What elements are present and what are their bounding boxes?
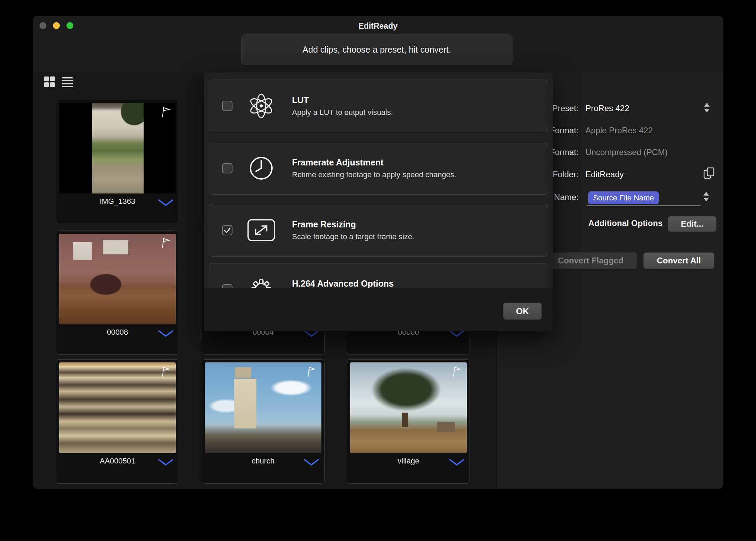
grid-view-icon: [44, 76, 55, 88]
edit-button[interactable]: Edit...: [668, 216, 717, 232]
hint-bar: Add clips, choose a preset, hit convert.: [241, 34, 512, 65]
clip-card[interactable]: IMG_1363: [56, 100, 179, 224]
ok-button[interactable]: OK: [503, 303, 542, 320]
clip-card[interactable]: village: [347, 359, 470, 484]
modal-footer: OK: [204, 288, 553, 331]
option-row-lut[interactable]: LUT Apply a LUT to output visuals.: [209, 80, 548, 132]
clip-thumbnail-image: [350, 362, 467, 453]
flag-icon[interactable]: [160, 236, 172, 252]
clip-thumbnail-image: [59, 362, 176, 453]
clip-thumbnail: [350, 362, 467, 453]
clip-thumbnail: [59, 362, 176, 453]
option-title: H.264 Advanced Options: [292, 279, 394, 289]
chevron-down-icon[interactable]: [158, 199, 174, 208]
clip-card[interactable]: church: [202, 359, 325, 484]
clip-card[interactable]: AA000501: [56, 359, 179, 484]
clip-card[interactable]: 00008: [56, 231, 179, 355]
list-view-icon: [62, 76, 73, 88]
additional-options-label: Additional Options: [566, 218, 663, 228]
option-row-frame-resizing[interactable]: Frame Resizing Scale footage to a target…: [209, 204, 548, 256]
name-stepper[interactable]: [703, 191, 710, 202]
clip-thumbnail-image: [59, 234, 176, 324]
convert-flagged-button[interactable]: Convert Flagged: [544, 252, 637, 269]
editready-window: EditReady Add clips, choose a preset, hi…: [33, 16, 723, 489]
name-token[interactable]: Source File Name: [588, 191, 659, 204]
folder-reveal-icon[interactable]: [703, 166, 715, 182]
flag-icon[interactable]: [160, 365, 172, 380]
chevron-down-icon[interactable]: [158, 330, 174, 339]
framerate-checkbox[interactable]: [222, 163, 233, 173]
flag-icon[interactable]: [450, 365, 463, 380]
frame-resize-icon: [246, 218, 276, 242]
clip-thumbnail: [59, 103, 176, 193]
folder-value[interactable]: EditReady: [585, 170, 624, 179]
preset-stepper[interactable]: [703, 102, 710, 114]
video-format-value: Apple ProRes 422: [585, 126, 653, 135]
option-title: LUT: [292, 95, 393, 105]
grid-view-button[interactable]: [43, 75, 56, 89]
chevron-down-icon[interactable]: [158, 459, 174, 468]
frame-resizing-checkbox[interactable]: [222, 225, 233, 235]
list-view-button[interactable]: [61, 75, 74, 89]
audio-format-value: Uncompressed (PCM): [585, 147, 667, 157]
clip-thumbnail: [205, 362, 321, 453]
lut-checkbox[interactable]: [222, 101, 233, 111]
chevron-down-icon[interactable]: [449, 459, 465, 468]
name-field-underline: [586, 205, 701, 206]
lut-atom-icon: [246, 92, 276, 120]
advanced-options-modal: LUT Apply a LUT to output visuals. Frame…: [204, 72, 553, 331]
window-title: EditReady: [33, 21, 723, 31]
preset-value[interactable]: ProRes 422: [585, 103, 629, 113]
option-description: Retime existing footage to apply speed c…: [292, 170, 456, 179]
clip-thumbnail-image: [205, 362, 321, 453]
chevron-down-icon[interactable]: [303, 459, 319, 468]
option-description: Scale footage to a target frame size.: [292, 232, 414, 241]
option-title: Frame Resizing: [292, 219, 414, 229]
flag-icon[interactable]: [160, 106, 172, 121]
option-description: Apply a LUT to output visuals.: [292, 108, 393, 117]
clock-icon: [246, 154, 276, 182]
clip-thumbnail: [59, 234, 176, 324]
hint-text: Add clips, choose a preset, hit convert.: [302, 45, 451, 55]
clip-thumbnail-image: [92, 103, 144, 193]
flag-icon[interactable]: [305, 365, 317, 380]
option-title: Framerate Adjustment: [292, 157, 456, 168]
convert-all-button[interactable]: Convert All: [643, 252, 714, 269]
option-row-framerate[interactable]: Framerate Adjustment Retime existing foo…: [209, 142, 548, 195]
